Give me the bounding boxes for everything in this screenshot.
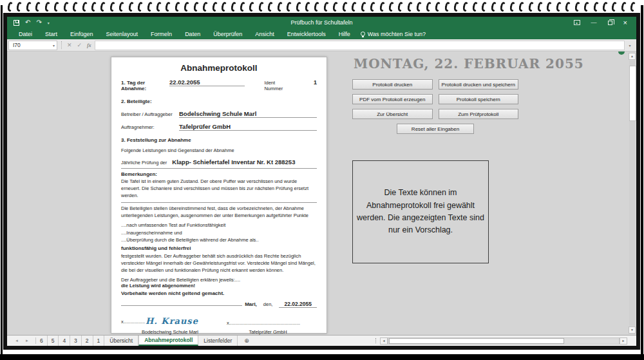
print-protocol-button[interactable]: Protokoll drucken <box>352 79 433 90</box>
exam-value-field[interactable]: Klapp- Schiefertafel Inventar Nr. Kt 288… <box>172 158 295 166</box>
vertical-scrollbar-track[interactable] <box>629 61 635 326</box>
signature-right-dots: x.......................................… <box>227 320 300 326</box>
ribbon-tab-ueberpruefen[interactable]: Überprüfen <box>207 31 249 37</box>
binder-ring <box>137 1 144 12</box>
contractor-value-field[interactable]: Tafelprüfer GmbH <box>179 123 317 131</box>
operator-value-field[interactable]: Bodelschwing Schule Marl <box>179 110 317 118</box>
operator-row: Betreiber / Auftraggeber Bodelschwing Sc… <box>121 110 317 118</box>
tell-me-search[interactable]: Was möchten Sie tun? <box>361 31 426 37</box>
binder-ring <box>7 1 14 12</box>
protocol-document: Abnahmeprotokoll 1. Tag der Abnahme: 22.… <box>111 57 327 334</box>
horizontal-scrollbar-track[interactable] <box>388 337 620 345</box>
sheet-tab-6[interactable]: 6 <box>36 336 48 346</box>
ribbon-tab-entwicklertools[interactable]: Entwicklertools <box>281 31 332 37</box>
signature-left-dots: x................ <box>121 319 145 325</box>
binder-ring <box>397 1 404 12</box>
sheet-nav-arrows: ◄ ► <box>7 336 35 346</box>
sheet-tab-listenfelder[interactable]: Listenfelder <box>198 336 238 346</box>
formula-input[interactable] <box>95 41 625 50</box>
new-sheet-icon[interactable]: ⊕ <box>238 336 256 346</box>
window-controls: ▴ — × <box>574 19 627 26</box>
to-overview-button[interactable]: Zur Übersicht <box>352 109 433 119</box>
day-value-field[interactable]: 22.02.2055 <box>169 79 245 86</box>
binder-rings <box>8 1 636 13</box>
binder-ring <box>537 1 544 12</box>
binder-ring <box>444 1 450 12</box>
binder-ring <box>435 1 441 12</box>
binder-ring <box>556 1 562 12</box>
contractor-row: Auftragnehmer: Tafelprüfer GmbH <box>121 123 317 131</box>
ident-value: 1 <box>314 79 317 86</box>
horizontal-scrollbar-thumb[interactable] <box>389 338 564 344</box>
macro-button-panel: Protokoll drucken Protokoll drucken und … <box>352 79 518 134</box>
scroll-left-icon[interactable]: ◄ <box>380 337 388 345</box>
customize-qat-icon[interactable]: ▾ <box>48 21 50 25</box>
statement-text: Die Beteiligten stellen übereinstimmend … <box>121 205 317 220</box>
insert-function-icon[interactable]: fx <box>87 42 91 48</box>
formula-bar-icons: ✕ ✓ fx <box>64 42 95 48</box>
signature-row: x................ H. Krause x...........… <box>121 314 317 326</box>
name-box[interactable]: I70 ▾ <box>8 41 57 50</box>
sheet-tab-4[interactable]: 4 <box>59 336 70 346</box>
ribbon-tab-datei[interactable]: Datei <box>12 31 39 37</box>
binder-ring <box>491 1 497 12</box>
signature-line <box>121 305 242 306</box>
ribbon-tab-daten[interactable]: Daten <box>178 31 207 37</box>
sheet-tab-3[interactable]: 3 <box>70 336 82 346</box>
ribbon-tab-hilfe[interactable]: Hilfe <box>332 31 357 37</box>
binder-ring <box>332 1 339 12</box>
sheet-tab-uebersicht[interactable]: Übersicht <box>104 336 138 346</box>
ribbon-tab-ansicht[interactable]: Ansicht <box>249 31 281 37</box>
save-protocol-button[interactable]: Protokoll speichern <box>439 94 519 104</box>
scroll-down-icon[interactable]: ▼ <box>629 327 636 334</box>
binder-ring <box>379 1 385 12</box>
ribbon-tab-einfuegen[interactable]: Einfügen <box>64 31 100 37</box>
sheet-tab-1[interactable]: 1 <box>93 336 105 346</box>
sheet-nav-right-icon[interactable]: ► <box>25 339 29 343</box>
sign-date-field[interactable]: 22.02.2055 <box>279 301 317 308</box>
name-box-dropdown-icon[interactable]: ▾ <box>53 43 55 48</box>
formula-bar-row: I70 ▾ ✕ ✓ fx ▾ <box>7 39 636 52</box>
cancel-icon[interactable]: ✕ <box>67 42 72 48</box>
sheet-tab-2[interactable]: 2 <box>82 336 93 346</box>
ribbon-tab-start[interactable]: Start <box>39 31 64 37</box>
place-date-row: Marl, den, 22.02.2055 <box>121 301 317 308</box>
expand-formula-bar-icon[interactable]: ▾ <box>625 43 635 48</box>
enter-icon[interactable]: ✓ <box>77 42 82 48</box>
binder-ring <box>202 1 209 12</box>
minimize-icon[interactable]: — <box>591 19 597 26</box>
print-and-save-protocol-button[interactable]: Protokoll drucken und speichern <box>439 79 519 90</box>
binder-ring <box>500 1 506 12</box>
scroll-up-icon[interactable]: ▲ <box>629 53 636 60</box>
ribbon-tab-seitenlayout[interactable]: Seitenlayout <box>100 31 145 37</box>
vertical-scrollbar[interactable]: ▲ ▼ <box>629 53 636 334</box>
binder-ring <box>518 1 525 12</box>
save-icon[interactable] <box>14 20 19 26</box>
binder-ring <box>509 1 515 12</box>
restore-icon[interactable] <box>608 21 612 25</box>
quick-access-toolbar: ↶ ↷ ▾ <box>14 19 50 26</box>
scroll-right-icon[interactable]: ► <box>620 337 627 345</box>
sheet-bar-spacer <box>256 336 374 346</box>
binder-ring <box>16 1 23 12</box>
sheet-tab-5[interactable]: 5 <box>48 336 59 346</box>
ribbon-tab-formeln[interactable]: Formeln <box>144 31 178 37</box>
binder-ring <box>193 1 200 12</box>
binder-ring <box>211 1 218 12</box>
sheet-tab-abnahmeprotokoll[interactable]: Abnahmeprotokoll <box>138 336 198 346</box>
scrollbar-splitter[interactable] <box>375 338 379 343</box>
horizontal-scrollbar[interactable]: ◄ ► <box>380 336 627 346</box>
binder-ring <box>592 1 599 12</box>
sheet-nav-left-icon[interactable]: ◄ <box>15 339 19 343</box>
divider-line <box>121 202 317 203</box>
reset-all-inputs-button[interactable]: Reset aller Eingaben <box>397 124 474 134</box>
ribbon-display-options-icon[interactable]: ▴ <box>574 20 580 25</box>
binder-ring <box>221 1 227 12</box>
close-icon[interactable]: × <box>623 19 627 26</box>
to-test-protocol-button[interactable]: Zum Prüfprotokoll <box>439 109 519 119</box>
worksheet-canvas[interactable]: Abnahmeprotokoll 1. Tag der Abnahme: 22.… <box>7 52 636 335</box>
vertical-scrollbar-thumb[interactable] <box>629 66 636 121</box>
undo-icon[interactable]: ↶ <box>25 19 30 26</box>
redo-icon[interactable]: ↷ <box>36 19 41 26</box>
create-pdf-button[interactable]: PDF vom Protokoll erzeugen <box>352 94 433 104</box>
